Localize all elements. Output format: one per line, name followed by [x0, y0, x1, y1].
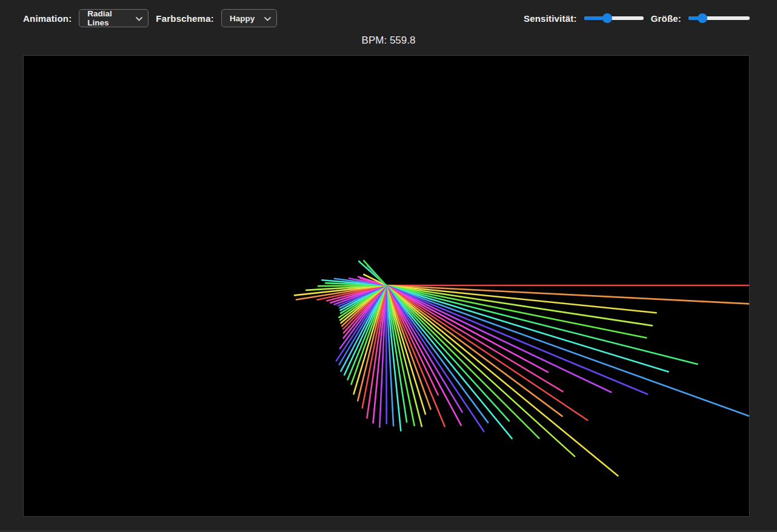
bpm-display: BPM: 559.8: [0, 35, 777, 48]
chevron-down-icon: [136, 14, 142, 23]
visualizer-canvas: [24, 56, 749, 516]
animation-select[interactable]: Radial Lines: [79, 9, 148, 27]
visualizer-panel: [23, 55, 750, 517]
horizontal-scrollbar[interactable]: [0, 529, 777, 532]
size-label: Größe:: [651, 13, 681, 24]
slider-thumb[interactable]: [698, 13, 707, 23]
animation-label: Animation:: [23, 13, 72, 24]
chevron-down-icon: [264, 14, 271, 23]
slider-thumb[interactable]: [602, 13, 612, 23]
bpm-label: BPM:: [362, 35, 387, 46]
bpm-value: 559.8: [390, 35, 416, 46]
toolbar: Animation: Radial Lines Farbschema: Happ…: [0, 0, 777, 27]
toolbar-left-group: Animation: Radial Lines Farbschema: Happ…: [23, 9, 277, 27]
size-slider[interactable]: [689, 13, 750, 23]
color-scheme-select[interactable]: Happy: [221, 9, 277, 27]
toolbar-right-group: Sensitivität: Größe:: [524, 13, 750, 24]
color-scheme-select-value: Happy: [230, 14, 255, 23]
sensitivity-slider[interactable]: [584, 13, 644, 23]
sensitivity-label: Sensitivität:: [524, 13, 577, 24]
color-scheme-label: Farbschema:: [156, 13, 214, 24]
animation-select-value: Radial Lines: [87, 9, 130, 27]
